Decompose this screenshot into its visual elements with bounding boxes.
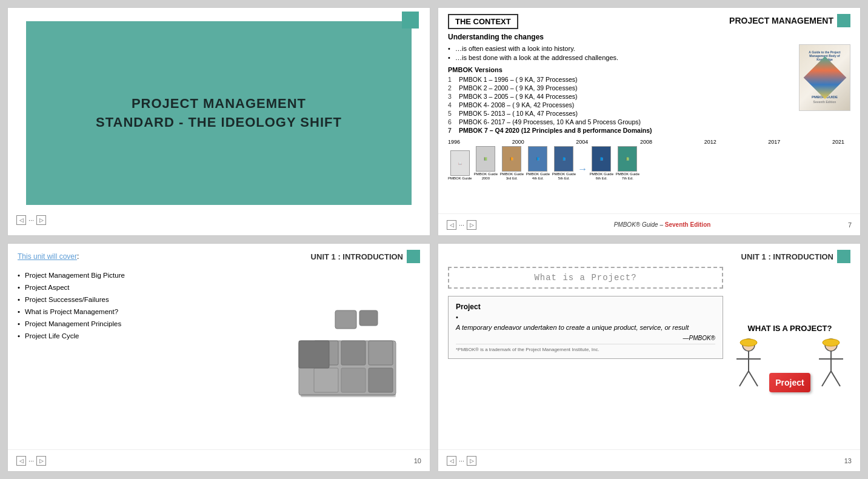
version-3: 3PMBOK 3 – 2005 – ( 9 KA, 44 Processes) bbox=[448, 93, 850, 100]
slide3-next-arrow[interactable]: ▷ bbox=[36, 456, 46, 466]
slide3-topics: Project Management Big Picture Project A… bbox=[18, 272, 275, 340]
slide1-nav-dots: ··· bbox=[28, 216, 34, 224]
slide1-green-dot bbox=[402, 12, 419, 28]
what-is-box: What is a Project? bbox=[448, 267, 723, 289]
trademark-text: *PMBOK® is a trademark of the Project Ma… bbox=[456, 344, 715, 352]
slide2-nav[interactable]: ◁ ··· ▷ bbox=[447, 220, 476, 230]
slide1-prev-arrow[interactable]: ◁ bbox=[16, 215, 26, 225]
slide1-title: PROJECT MANAGEMENT STANDARD - THE IDEOLO… bbox=[96, 95, 342, 132]
slide4-left: What is a Project? Project • A temporary… bbox=[448, 267, 723, 449]
slide4-bottom: ◁ ··· ▷ 13 bbox=[438, 449, 860, 471]
figure-left bbox=[730, 338, 767, 392]
slide3-body: Project Management Big Picture Project A… bbox=[8, 267, 430, 449]
slide3-header: This unit will cover: UNIT 1 : INTRODUCT… bbox=[8, 244, 430, 267]
slide2-header: THE CONTEXT PROJECT MANAGEMENT bbox=[438, 8, 860, 33]
svg-rect-4 bbox=[341, 341, 366, 365]
svg-rect-9 bbox=[299, 341, 329, 368]
svg-rect-5 bbox=[369, 341, 393, 365]
pmbok-credit: —PMBOK® bbox=[456, 335, 715, 341]
project-figures: WHAT IS A PROJECT? Project bbox=[730, 324, 849, 392]
svg-rect-0 bbox=[335, 310, 356, 329]
slide-1: PROJECT MANAGEMENT STANDARD - THE IDEOLO… bbox=[7, 7, 430, 236]
slide3-this-unit: This unit will cover: bbox=[18, 252, 79, 261]
slide3-bottom: ◁ ··· ▷ 10 bbox=[8, 449, 430, 471]
slide2-nav-dots: ··· bbox=[459, 221, 464, 229]
version-5: 5PMBOK 5- 2013 – ( 10 KA, 47 Processes) bbox=[448, 110, 850, 117]
book-thumb-6: 📗 PMBOK Guide 7th Ed. bbox=[615, 146, 639, 181]
slide2-footer-text: PMBOK® Guide – Seventh Edition bbox=[614, 221, 711, 228]
slide2-pm-title: PROJECT MANAGEMENT bbox=[729, 14, 850, 27]
book-thumb-0: 📖 PMBOK Guide bbox=[448, 150, 472, 181]
bullet-marker: • bbox=[456, 313, 715, 321]
topic-1: Project Management Big Picture bbox=[18, 272, 275, 279]
svg-line-15 bbox=[749, 371, 758, 386]
slide2-versions-title: PMBOK Versions bbox=[448, 66, 850, 73]
version-7: 7PMBOK 7 – Q4 2020 (12 Principles and 8 … bbox=[448, 127, 850, 134]
version-2: 2PMBOK 2 – 2000 – ( 9 KA, 39 Processes) bbox=[448, 84, 850, 92]
slide1-top-accent bbox=[8, 8, 430, 21]
topic-2: Project Aspect bbox=[18, 284, 275, 291]
book-diamond-icon bbox=[803, 56, 846, 99]
slide2-footer: ◁ ··· ▷ PMBOK® Guide – Seventh Edition 7 bbox=[438, 213, 860, 235]
slide2-green-sq bbox=[837, 14, 850, 27]
version-4: 4PMBOK 4- 2008 – ( 9 KA, 42 Processes) bbox=[448, 101, 850, 109]
timeline-years: 1996 2000 2004 2008 2012 2017 2021 bbox=[448, 139, 850, 145]
version-1: 1PMBOK 1 – 1996 – ( 9 KA, 37 Processes) bbox=[448, 76, 850, 83]
slide-3: This unit will cover: UNIT 1 : INTRODUCT… bbox=[7, 243, 430, 472]
svg-rect-1 bbox=[359, 310, 378, 326]
slide4-page-num: 13 bbox=[844, 457, 852, 464]
slide3-prev-arrow[interactable]: ◁ bbox=[16, 456, 26, 466]
bullet-2: …is best done with a look at the address… bbox=[448, 54, 850, 61]
slide4-next-arrow[interactable]: ▷ bbox=[467, 456, 476, 466]
slide1-bottom: ◁ ··· ▷ bbox=[8, 205, 430, 235]
slide2-bullets: …is often easiest with a look into histo… bbox=[448, 45, 850, 61]
slide2-prev-arrow[interactable]: ◁ bbox=[447, 220, 456, 230]
version-6: 6PMBOK 6- 2017 – (49 Processes, 10 KA an… bbox=[448, 118, 850, 126]
slide3-nav[interactable]: ◁ ··· ▷ bbox=[16, 456, 46, 466]
slide1-next-arrow[interactable]: ▷ bbox=[36, 215, 46, 225]
slide1-teal-band: PROJECT MANAGEMENT STANDARD - THE IDEOLO… bbox=[26, 21, 412, 205]
slide2-context-label: THE CONTEXT bbox=[448, 14, 518, 29]
slide4-header: UNIT 1 : INTRODUCTION bbox=[438, 244, 860, 267]
slide2-version-list: 1PMBOK 1 – 1996 – ( 9 KA, 37 Processes) … bbox=[448, 76, 850, 134]
slide4-unit-title: UNIT 1 : INTRODUCTION bbox=[741, 250, 850, 263]
slide4-project-card: Project • A temporary endeavor undertake… bbox=[448, 296, 723, 359]
slide4-right: WHAT IS A PROJECT? Project bbox=[729, 267, 850, 449]
svg-rect-6 bbox=[314, 368, 338, 392]
slide4-body: What is a Project? Project • A temporary… bbox=[438, 267, 860, 449]
what-is-title: WHAT IS A PROJECT? bbox=[748, 324, 832, 333]
slide3-page-num: 10 bbox=[414, 457, 421, 464]
slide4-prev-arrow[interactable]: ◁ bbox=[447, 456, 456, 466]
slide2-page-num: 7 bbox=[848, 221, 852, 229]
book-thumb-4: 📘 PMBOK Guide 5th Ed. bbox=[552, 146, 576, 181]
slide3-green-sq bbox=[407, 250, 420, 263]
slide1-nav[interactable]: ◁ ··· ▷ bbox=[16, 215, 46, 225]
slide-4: UNIT 1 : INTRODUCTION What is a Project?… bbox=[438, 243, 861, 472]
svg-line-21 bbox=[831, 371, 840, 386]
puzzle-icon bbox=[281, 307, 414, 404]
project-sign: Project bbox=[769, 373, 810, 392]
slide4-green-sq bbox=[837, 250, 850, 263]
slide4-nav-dots: ··· bbox=[459, 457, 464, 464]
project-def: A temporary endeavor undertaken to creat… bbox=[456, 323, 715, 332]
svg-line-14 bbox=[739, 371, 749, 386]
topic-3: Project Successes/Failures bbox=[18, 296, 275, 303]
figure-right bbox=[813, 338, 849, 392]
book-thumb-1: 📗 PMBOK Guide 2000 bbox=[473, 146, 498, 181]
topic-4: What is Project Management? bbox=[18, 308, 275, 315]
svg-rect-8 bbox=[369, 368, 393, 392]
svg-point-22 bbox=[823, 339, 840, 346]
timeline-books: 📖 PMBOK Guide 📗 PMBOK Guide 2000 📙 PMBOK… bbox=[448, 146, 850, 181]
book-thumb-3: 📘 PMBOK Guide 4th Ed. bbox=[526, 146, 550, 181]
figures-row: Project bbox=[730, 338, 849, 392]
slide4-nav[interactable]: ◁ ··· ▷ bbox=[447, 456, 476, 466]
svg-rect-10 bbox=[301, 394, 396, 397]
slide2-next-arrow[interactable]: ▷ bbox=[467, 220, 476, 230]
book-thumb-2: 📙 PMBOK Guide 3rd Ed. bbox=[499, 146, 524, 181]
slide-2: THE CONTEXT PROJECT MANAGEMENT A Guide t… bbox=[438, 7, 861, 236]
svg-point-16 bbox=[740, 339, 757, 346]
this-unit-link[interactable]: This unit will cover bbox=[18, 252, 77, 261]
slide2-timeline: 1996 2000 2004 2008 2012 2017 2021 📖 PMB… bbox=[448, 139, 850, 181]
bullet-1: …is often easiest with a look into histo… bbox=[448, 45, 850, 52]
slide3-nav-dots: ··· bbox=[28, 457, 34, 464]
